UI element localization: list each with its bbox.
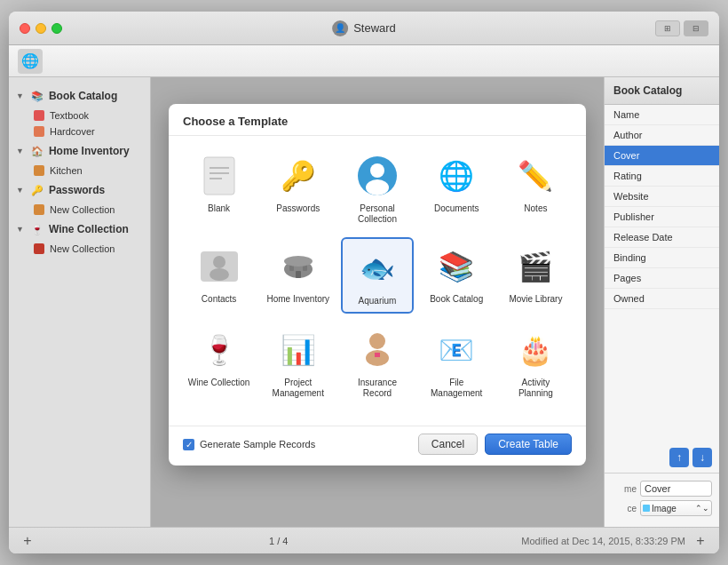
project-label: Project Management: [265, 378, 330, 399]
field-author[interactable]: Author: [605, 125, 719, 146]
title-bar: 👤 Steward ⊞ ⊟: [9, 12, 719, 45]
template-notes[interactable]: ✏️ Notes: [500, 147, 572, 230]
field-owned[interactable]: Owned: [605, 289, 719, 309]
globe-icon[interactable]: 🌐: [18, 49, 43, 74]
new-collection-dot-2: [34, 243, 44, 254]
field-cover[interactable]: Cover: [605, 146, 719, 166]
field-website[interactable]: Website: [605, 187, 719, 207]
sidebar-item-label: New Collection: [50, 243, 115, 254]
insurance-label: Insurance Record: [344, 378, 409, 399]
name-row: me Cover: [612, 481, 712, 497]
activity-label: Activity Planning: [503, 378, 568, 399]
select-chevron: ⌃⌄: [695, 504, 709, 513]
name-input[interactable]: Cover: [640, 481, 712, 497]
arrow-up[interactable]: ↑: [669, 448, 689, 467]
template-grid: Blank 🔑 Passwords: [183, 147, 572, 404]
field-publisher[interactable]: Publisher: [605, 207, 719, 227]
notes-icon: ✏️: [511, 152, 559, 200]
generate-checkbox[interactable]: ✓: [183, 439, 194, 450]
sidebar-group-passwords[interactable]: ▼ 🔑 Passwords: [9, 179, 150, 202]
field-rating[interactable]: Rating: [605, 166, 719, 187]
main-content: ▼ 📚 Book Catalog Textbook Hardcover ▼ 🏠 …: [9, 77, 719, 527]
field-name[interactable]: Name: [605, 105, 719, 125]
movie-icon: 🎬: [511, 243, 559, 290]
sidebar-group-home-inventory[interactable]: ▼ 🏠 Home Inventory: [9, 139, 150, 163]
svg-rect-14: [296, 271, 301, 278]
svg-rect-0: [204, 157, 234, 195]
template-passwords[interactable]: 🔑 Passwords: [262, 147, 334, 230]
field-pages[interactable]: Pages: [605, 268, 719, 289]
documents-label: Documents: [434, 203, 479, 214]
template-personal[interactable]: Personal Collection: [341, 147, 413, 230]
sidebar-group-label: Passwords: [49, 184, 105, 196]
type-select[interactable]: Image ⌃⌄: [640, 500, 712, 516]
svg-point-6: [366, 179, 389, 195]
template-documents[interactable]: 🌐 Documents: [421, 147, 493, 230]
sidebar-item-textbook[interactable]: Textbook: [9, 107, 150, 123]
generate-label[interactable]: ✓ Generate Sample Records: [183, 439, 411, 450]
svg-point-8: [213, 256, 226, 268]
svg-point-16: [366, 350, 389, 366]
template-movie[interactable]: 🎬 Movie Library: [500, 237, 572, 314]
template-file[interactable]: 📧 File Management: [421, 321, 493, 404]
arrow-down[interactable]: ↓: [692, 448, 712, 467]
sidebar-group-label: Home Inventory: [49, 145, 130, 157]
template-book-catalog[interactable]: 📚 Book Catalog: [421, 237, 493, 314]
file-label: File Management: [424, 378, 489, 399]
template-home-inventory[interactable]: Home Inventory: [262, 237, 334, 314]
documents-icon: 🌐: [432, 152, 480, 200]
sidebar-group-wine[interactable]: ▼ 🍷 Wine Collection: [9, 218, 150, 241]
passwords-icon: 🔑: [274, 152, 322, 200]
home-inventory-label: Home Inventory: [266, 294, 329, 305]
template-blank[interactable]: Blank: [183, 147, 255, 230]
personal-label: Personal Collection: [344, 203, 409, 225]
template-contacts[interactable]: Contacts: [183, 237, 255, 314]
type-color-dot: [643, 505, 650, 512]
sidebar-item-kitchen[interactable]: Kitchen: [9, 163, 150, 179]
maximize-button[interactable]: [51, 23, 62, 34]
notes-label: Notes: [524, 203, 547, 214]
template-aquarium[interactable]: 🐟 Aquarium: [341, 237, 413, 314]
close-button[interactable]: [20, 23, 30, 34]
triangle-icon: ▼: [16, 92, 24, 100]
sidebar-item-new-collection-2[interactable]: New Collection: [9, 241, 150, 257]
field-binding[interactable]: Binding: [605, 248, 719, 268]
book-catalog-icon: 📚: [29, 88, 45, 104]
view-btn-2[interactable]: ⊟: [684, 20, 708, 36]
minimize-button[interactable]: [36, 23, 46, 34]
template-project[interactable]: 📊 Project Management: [262, 321, 334, 404]
sidebar-item-new-collection-1[interactable]: New Collection: [9, 202, 150, 218]
svg-point-15: [369, 333, 385, 349]
view-btn-1[interactable]: ⊞: [655, 20, 680, 36]
file-icon: 📧: [432, 326, 480, 374]
passwords-icon: 🔑: [29, 182, 45, 198]
sidebar-group-book-catalog[interactable]: ▼ 📚 Book Catalog: [9, 84, 150, 107]
passwords-label: Passwords: [276, 203, 320, 214]
title-controls: ⊞ ⊟: [655, 20, 708, 36]
sidebar-item-hardcover[interactable]: Hardcover: [9, 123, 150, 139]
field-release-date[interactable]: Release Date: [605, 227, 719, 248]
add-button-left[interactable]: +: [20, 533, 36, 549]
triangle-icon: ▼: [16, 225, 24, 234]
modal-footer: ✓ Generate Sample Records Cancel Create …: [169, 426, 586, 466]
svg-point-13: [284, 256, 313, 267]
template-wine[interactable]: 🍷 Wine Collection: [183, 321, 255, 404]
blank-icon: [195, 152, 243, 200]
svg-rect-18: [375, 353, 380, 357]
add-button-right[interactable]: +: [692, 533, 708, 549]
app-window: 👤 Steward ⊞ ⊟ 🌐 ▼ 📚 Book Catalog Textboo…: [9, 12, 719, 553]
modified-text: Modified at Dec 14, 2015, 8:33:29 PM: [521, 536, 685, 546]
triangle-icon: ▼: [16, 186, 24, 195]
blank-label: Blank: [208, 203, 230, 214]
template-activity[interactable]: 🎂 Activity Planning: [500, 321, 572, 404]
cancel-button[interactable]: Cancel: [418, 434, 478, 455]
contacts-icon: [195, 243, 243, 290]
template-insurance[interactable]: Insurance Record: [341, 321, 413, 404]
create-table-button[interactable]: Create Table: [485, 434, 572, 455]
window-title: Steward: [353, 21, 396, 35]
home-inventory-icon: [274, 243, 322, 290]
sidebar: ▼ 📚 Book Catalog Textbook Hardcover ▼ 🏠 …: [9, 77, 151, 527]
movie-label: Movie Library: [509, 294, 562, 305]
book-catalog-label: Book Catalog: [430, 294, 483, 305]
svg-point-9: [210, 268, 229, 281]
